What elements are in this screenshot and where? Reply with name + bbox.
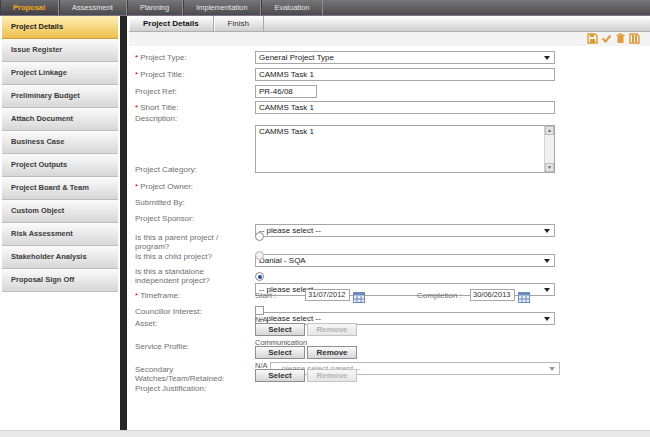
tab-planning[interactable]: Planning [127,0,183,15]
sidebar-nav: Project Details Issue Register Project L… [2,16,118,292]
project-ref-label: Project Ref: [135,87,247,96]
project-justification-label: Project Justification: [135,384,247,393]
completion-date-label: Completion : [417,291,462,300]
chevron-down-icon [544,229,550,233]
tab-implementation[interactable]: Implementation [183,0,261,15]
project-details-form: *Project Type: General Project Type *Pro… [129,46,650,430]
project-title-label: *Project Title: [135,70,247,79]
delete-icon[interactable] [615,33,626,44]
tab-project-details[interactable]: Project Details [129,16,214,31]
secondary-watches-remove-button[interactable]: Remove [307,369,357,382]
start-date-label: Start : [255,291,276,300]
project-owner-label: *Project Owner: [135,182,247,191]
project-ref-input[interactable]: PR-46/08 [255,85,317,98]
chevron-down-icon [544,56,550,60]
submitted-by-label: Submitted By: [135,198,247,207]
tab-finish[interactable]: Finish [214,16,264,31]
app-window: Proposal Assessment Planning Implementat… [0,0,650,437]
child-project-question: Is this a child project? [135,252,247,261]
standalone-project-radio[interactable] [255,272,264,281]
scrollbar[interactable]: ▲▼ [544,126,554,172]
timeframe-label: *Timeframe: [135,291,247,300]
secondary-watches-label: Secondary Watches/Team/Retained: [135,365,247,383]
service-profile-label: Service Profile: [135,342,247,351]
tab-proposal[interactable]: Proposal [0,0,59,15]
sidebar-item-project-outputs[interactable]: Project Outputs [2,154,118,177]
completion-calendar-icon[interactable] [518,289,530,307]
sidebar-item-stakeholder-analysis[interactable]: Stakeholder Analysis [2,246,118,269]
scroll-up-icon[interactable]: ▲ [545,126,554,135]
asset-remove-button[interactable]: Remove [307,323,357,336]
save-check-icon[interactable] [601,33,612,44]
project-owner-select[interactable]: Danial - SQA [255,254,555,267]
sidebar-item-preliminary-budget[interactable]: Preliminary Budget [2,85,118,108]
secondary-watches-select-button[interactable]: Select [255,369,305,382]
service-profile-remove-button[interactable]: Remove [307,346,357,359]
standalone-project-question: Is this a standalone independent project… [135,267,247,285]
sidebar-item-attach-document[interactable]: Attach Document [2,108,118,131]
councillor-interest-label: Councillor Interest: [135,307,247,316]
project-sponsor-label: Project Sponsor: [135,214,247,223]
parent-project-question: Is this a parent project / program? [135,233,247,251]
project-category-label: Project Category: [135,165,247,174]
chevron-down-icon [544,317,550,321]
sidebar-item-project-details[interactable]: Project Details [2,16,118,39]
short-title-input[interactable]: CAMMS Task 1 [255,101,555,114]
action-toolbar [129,32,650,47]
sidebar-item-issue-register[interactable]: Issue Register [2,39,118,62]
tab-assessment[interactable]: Assessment [59,0,127,15]
description-label: Description: [135,114,247,123]
sidebar-item-custom-object[interactable]: Custom Object [2,200,118,223]
completion-date-input[interactable]: 30/06/2013 [470,289,515,301]
asset-select-button[interactable]: Select [255,323,305,336]
bottom-status-strip [0,430,650,437]
sidebar-item-project-linkage[interactable]: Project Linkage [2,62,118,85]
save-exit-icon[interactable] [629,33,640,44]
sidebar-item-business-case[interactable]: Business Case [2,131,118,154]
project-title-input[interactable]: CAMMS Task 1 [255,68,555,81]
scroll-down-icon[interactable]: ▼ [545,163,554,172]
content-tab-bar: Project Details Finish [129,16,650,32]
chevron-down-icon [544,259,550,263]
sidebar-item-risk-assessment[interactable]: Risk Assessment [2,223,118,246]
sidebar-item-proposal-sign-off[interactable]: Proposal Sign Off [2,269,118,292]
chevron-down-icon [544,288,550,292]
sidebar-divider [120,16,127,430]
councillor-interest-checkbox[interactable] [255,306,264,315]
description-textarea[interactable]: CAMMS Task 1 ▲▼ [255,125,555,173]
start-calendar-icon[interactable] [353,289,365,307]
sidebar-item-project-board-team[interactable]: Project Board & Team [2,177,118,200]
child-project-radio[interactable] [255,251,264,260]
project-type-label: *Project Type: [135,53,247,62]
module-tab-bar: Proposal Assessment Planning Implementat… [0,0,650,16]
short-title-label: *Short Title: [135,103,247,112]
project-category-select[interactable]: -- please select -- [255,224,555,237]
parent-project-radio[interactable] [255,232,264,241]
tab-evaluation[interactable]: Evaluation [261,0,323,15]
chevron-down-icon [549,367,555,371]
asset-label: Asset: [135,319,247,328]
start-date-input[interactable]: 31/07/2012 [305,289,350,301]
project-type-select[interactable]: General Project Type [255,51,555,64]
service-profile-select-button[interactable]: Select [255,346,305,359]
save-icon[interactable] [587,33,598,44]
